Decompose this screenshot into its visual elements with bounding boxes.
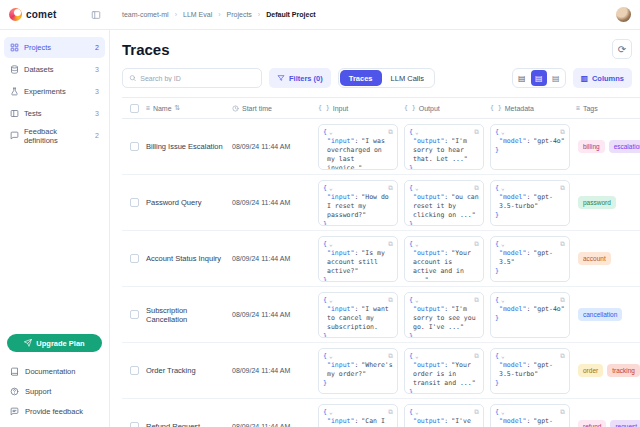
search-box[interactable]	[122, 68, 262, 88]
tab-traces[interactable]: Traces	[340, 70, 382, 86]
copy-icon[interactable]: ⧉	[388, 408, 393, 417]
density-small-icon[interactable]: ▤	[514, 70, 530, 86]
copy-icon[interactable]: ⧉	[474, 184, 479, 193]
sidebar-item-support[interactable]: Support	[4, 381, 105, 401]
copy-icon[interactable]: ⧉	[560, 408, 565, 417]
output-json-cell[interactable]: { ⌄ ⧉ "output":"Your account is active a…	[404, 236, 484, 282]
table-row[interactable]: Billing Issue Escalation 08/09/24 11:44 …	[122, 119, 640, 175]
trace-name[interactable]: Subscription Cancellation	[146, 306, 232, 324]
chevron-down-icon[interactable]: ⌄	[329, 128, 333, 136]
user-avatar[interactable]	[616, 7, 631, 22]
chevron-down-icon[interactable]: ⌄	[329, 240, 333, 248]
chevron-down-icon[interactable]: ⌄	[501, 352, 505, 360]
chevron-down-icon[interactable]: ⌄	[329, 408, 333, 416]
column-header-name[interactable]: ≡ Name ⇅	[146, 104, 232, 112]
chevron-down-icon[interactable]: ⌄	[501, 408, 505, 416]
input-json-cell[interactable]: { ⌄ ⧉ "input":"I was overcharged on my l…	[318, 124, 398, 170]
copy-icon[interactable]: ⧉	[474, 408, 479, 417]
trace-name[interactable]: Password Query	[146, 198, 232, 207]
breadcrumb-item-projects[interactable]: Projects	[227, 11, 252, 18]
chevron-down-icon[interactable]: ⌄	[415, 240, 419, 248]
chevron-down-icon[interactable]: ⌄	[415, 408, 419, 416]
chevron-down-icon[interactable]: ⌄	[329, 352, 333, 360]
chevron-down-icon[interactable]: ⌄	[501, 128, 505, 136]
row-checkbox[interactable]	[130, 366, 139, 375]
chevron-down-icon[interactable]: ⌄	[501, 296, 505, 304]
metadata-json-cell[interactable]: { ⌄ ⧉ "model":"gpt-4o" }	[490, 124, 570, 170]
copy-icon[interactable]: ⧉	[560, 296, 565, 305]
trace-name[interactable]: Order Tracking	[146, 366, 232, 375]
metadata-json-cell[interactable]: { ⌄ ⧉ "model":"gpt-3.5" }	[490, 404, 570, 427]
output-json-cell[interactable]: { ⌄ ⧉ "output":"ou can reset it by click…	[404, 180, 484, 226]
columns-button[interactable]: ▥ Columns	[573, 68, 632, 88]
trace-name[interactable]: Account Status Inquiry	[146, 254, 232, 263]
copy-icon[interactable]: ⧉	[474, 352, 479, 361]
tab-llm-calls[interactable]: LLM Calls	[382, 70, 433, 86]
chevron-down-icon[interactable]: ⌄	[501, 240, 505, 248]
row-checkbox[interactable]	[130, 142, 139, 151]
density-large-icon[interactable]: ▤	[548, 70, 564, 86]
copy-icon[interactable]: ⧉	[474, 240, 479, 249]
metadata-json-cell[interactable]: { ⌄ ⧉ "model":"gpt-3.5-turbo" }	[490, 348, 570, 394]
chevron-down-icon[interactable]: ⌄	[501, 184, 505, 192]
copy-icon[interactable]: ⧉	[474, 128, 479, 137]
sidebar-item-projects[interactable]: Projects 2	[4, 37, 105, 58]
breadcrumb-item-workspace[interactable]: team-comet-ml	[122, 11, 169, 18]
input-json-cell[interactable]: { ⌄ ⧉ "input":"Can I get a refund for my…	[318, 404, 398, 427]
output-json-cell[interactable]: { ⌄ ⧉ "output":"I'm sorry to see you go.…	[404, 292, 484, 338]
output-json-cell[interactable]: { ⌄ ⧉ "output":"I've submitted your refu…	[404, 404, 484, 427]
table-row[interactable]: Refund Request 08/09/24 11:44 AM { ⌄ ⧉ "…	[122, 399, 640, 427]
comet-logo[interactable]: comet	[9, 8, 56, 21]
copy-icon[interactable]: ⧉	[560, 352, 565, 361]
chevron-down-icon[interactable]: ⌄	[415, 128, 419, 136]
table-row[interactable]: Password Query 08/09/24 11:44 AM { ⌄ ⧉ "…	[122, 175, 640, 231]
chevron-down-icon[interactable]: ⌄	[329, 184, 333, 192]
table-row[interactable]: Order Tracking 08/09/24 11:44 AM { ⌄ ⧉ "…	[122, 343, 640, 399]
trace-name[interactable]: Refund Request	[146, 422, 232, 427]
refresh-button[interactable]: ⟳	[612, 39, 632, 59]
output-json-cell[interactable]: { ⌄ ⧉ "output":"I'm sorry to hear that. …	[404, 124, 484, 170]
table-row[interactable]: Subscription Cancellation 08/09/24 11:44…	[122, 287, 640, 343]
row-checkbox[interactable]	[130, 198, 139, 207]
copy-icon[interactable]: ⧉	[560, 184, 565, 193]
input-json-cell[interactable]: { ⌄ ⧉ "input":"How do I reset my passwor…	[318, 180, 398, 226]
upgrade-plan-button[interactable]: Upgrade Plan	[7, 334, 102, 352]
input-json-cell[interactable]: { ⌄ ⧉ "input":"Is my account still activ…	[318, 236, 398, 282]
metadata-json-cell[interactable]: { ⌄ ⧉ "model":"gpt-4o" }	[490, 292, 570, 338]
trace-name[interactable]: Billing Issue Escalation	[146, 142, 232, 151]
copy-icon[interactable]: ⧉	[388, 240, 393, 249]
chevron-down-icon[interactable]: ⌄	[415, 184, 419, 192]
output-json-cell[interactable]: { ⌄ ⧉ "output":"Your order is in transit…	[404, 348, 484, 394]
table-row[interactable]: Account Status Inquiry 08/09/24 11:44 AM…	[122, 231, 640, 287]
copy-icon[interactable]: ⧉	[474, 296, 479, 305]
copy-icon[interactable]: ⧉	[560, 128, 565, 137]
copy-icon[interactable]: ⧉	[388, 128, 393, 137]
chevron-down-icon[interactable]: ⌄	[329, 296, 333, 304]
sidebar-item-experiments[interactable]: Experiments 3	[4, 81, 105, 102]
metadata-json-cell[interactable]: { ⌄ ⧉ "model":"gpt-3.5" }	[490, 236, 570, 282]
row-checkbox[interactable]	[130, 310, 139, 319]
metadata-json-cell[interactable]: { ⌄ ⧉ "model":"gpt-3.5-turbo" }	[490, 180, 570, 226]
row-checkbox[interactable]	[130, 422, 139, 427]
sidebar-item-tests[interactable]: Tests 3	[4, 103, 105, 124]
copy-icon[interactable]: ⧉	[388, 184, 393, 193]
chevron-down-icon[interactable]: ⌄	[415, 296, 419, 304]
sidebar-item-provide-feedback[interactable]: Provide feedback	[4, 401, 105, 421]
sidebar-toggle-icon[interactable]	[91, 10, 101, 20]
sort-icon[interactable]: ⇅	[175, 104, 181, 112]
copy-icon[interactable]: ⧉	[388, 352, 393, 361]
density-medium-icon[interactable]: ▤	[531, 70, 547, 86]
filters-button[interactable]: Filters (0)	[269, 68, 331, 88]
row-checkbox[interactable]	[130, 254, 139, 263]
breadcrumb-item-project-group[interactable]: LLM Eval	[183, 11, 212, 18]
input-json-cell[interactable]: { ⌄ ⧉ "input":"I want to cancel my subsc…	[318, 292, 398, 338]
input-json-cell[interactable]: { ⌄ ⧉ "input":"Where's my order?" }	[318, 348, 398, 394]
copy-icon[interactable]: ⧉	[388, 296, 393, 305]
search-input[interactable]	[140, 75, 255, 82]
sidebar-item-feedback-definitions[interactable]: Feedback definitions 2	[4, 125, 105, 146]
select-all-checkbox[interactable]	[130, 104, 139, 113]
copy-icon[interactable]: ⧉	[560, 240, 565, 249]
chevron-down-icon[interactable]: ⌄	[415, 352, 419, 360]
sidebar-item-datasets[interactable]: Datasets 3	[4, 59, 105, 80]
sidebar-item-documentation[interactable]: Documentation	[4, 361, 105, 381]
